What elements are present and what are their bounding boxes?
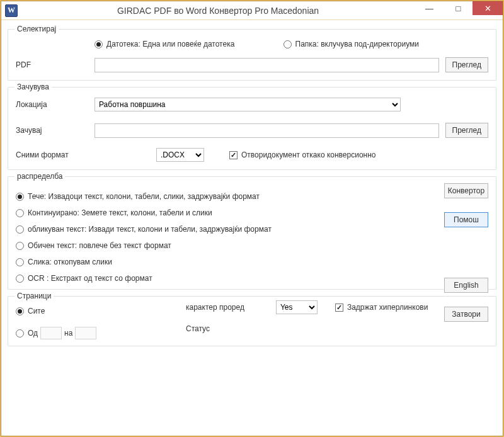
pdf-browse-button[interactable]: Преглед <box>445 57 489 72</box>
radio-dot-icon <box>16 307 24 315</box>
minimize-button[interactable]: — <box>415 1 444 15</box>
page-from-input[interactable] <box>40 327 62 339</box>
page-to-input[interactable] <box>75 327 96 339</box>
radio-pages-all[interactable]: Сите <box>16 307 45 315</box>
location-select[interactable]: Работна површина <box>94 98 401 111</box>
pdf-path-input[interactable] <box>94 58 439 72</box>
charspace-select[interactable]: Yes <box>276 300 318 314</box>
radio-flow[interactable]: Тече: Извадоци текст, колони, табели, сл… <box>16 192 406 201</box>
keep-links-label: Задржат хиперлинкови <box>347 303 428 312</box>
radio-formatted-text[interactable]: обликуван текст: Извади текст, колони и … <box>16 225 406 234</box>
radio-image-label: Слика: откопувам слики <box>28 258 112 266</box>
radio-pages-all-label: Сите <box>28 307 45 315</box>
open-after-checkbox[interactable]: Отворидокумент откако конверсионно <box>229 150 376 159</box>
pages-legend: Страници <box>14 292 54 300</box>
radio-formatted-text-label: обликуван текст: Извади текст, колони и … <box>28 225 272 234</box>
app-icon: W <box>5 4 18 17</box>
radio-dot-icon <box>16 242 24 250</box>
save-panel: Зачувува Локација Работна површина Зачув… <box>8 87 496 170</box>
radio-plain-text-label: Обичен текст: повлече без текст формат <box>28 241 171 250</box>
radio-folder-label: Папка: вклучува под-директориуми <box>295 40 420 48</box>
pages-to-label: на <box>64 329 72 338</box>
app-window: W GIRDAC PDF во Word Конвертор Pro Maced… <box>1 1 503 436</box>
radio-plain-text[interactable]: Обичен текст: повлече без текст формат <box>16 241 406 250</box>
close-button[interactable]: ✕ <box>472 1 503 15</box>
format-label: Сними формат <box>16 150 94 159</box>
radio-dot-icon <box>94 40 103 48</box>
window-title: GIRDAC PDF во Word Конвертор Pro Macedon… <box>21 6 415 16</box>
pdf-label: PDF <box>16 60 94 69</box>
radio-dot-icon <box>16 209 24 217</box>
help-button[interactable]: Помош <box>444 212 488 227</box>
distribution-legend: распределба <box>14 172 65 181</box>
titlebar: W GIRDAC PDF во Word Конвертор Pro Maced… <box>1 1 503 20</box>
radio-dot-icon <box>16 225 24 234</box>
open-after-label: Отворидокумент откако конверсионно <box>241 150 376 159</box>
radio-pages-from-label: Од <box>28 329 38 338</box>
maximize-button[interactable]: □ <box>444 1 472 15</box>
radio-flow-label: Тече: Извадоци текст, колони, табели, сл… <box>28 192 260 201</box>
save-legend: Зачувува <box>14 82 52 91</box>
radio-folder-mode[interactable]: Папка: вклучува под-директориуми <box>284 40 420 48</box>
keep-links-checkbox[interactable]: Задржат хиперлинкови <box>335 303 428 312</box>
radio-ocr-label: OCR : Екстракт од текст со формат <box>28 274 152 283</box>
radio-dot-icon <box>16 329 24 338</box>
charspace-label: карактер проред <box>186 303 244 312</box>
format-select[interactable]: .DOCX <box>156 148 204 162</box>
radio-image[interactable]: Слика: откопувам слики <box>16 258 406 266</box>
convert-button[interactable]: Конвертор <box>444 183 488 198</box>
radio-pages-range[interactable]: Од <box>16 329 38 338</box>
checkbox-icon <box>335 304 343 312</box>
window-controls: — □ ✕ <box>415 1 503 20</box>
radio-file-label: Датотека: Една или повеќе датотека <box>106 40 234 48</box>
radio-file-mode[interactable]: Датотека: Една или повеќе датотека <box>94 40 234 48</box>
radio-dot-icon <box>16 258 24 266</box>
save-as-label: Зачувај <box>16 126 94 135</box>
radio-continuous-label: Континуирано: Земете текст, колони, табе… <box>28 208 212 217</box>
save-path-input[interactable] <box>94 123 439 138</box>
select-panel: Селектирај Датотека: Една или повеќе дат… <box>8 29 496 81</box>
distribution-panel: распределба Тече: Извадоци текст, колони… <box>8 176 496 290</box>
radio-dot-icon <box>16 193 24 201</box>
radio-dot-icon <box>16 275 24 283</box>
status-label: Статус <box>186 324 210 333</box>
radio-continuous[interactable]: Континуирано: Земете текст, колони, табе… <box>16 208 406 217</box>
radio-ocr[interactable]: OCR : Екстракт од текст со формат <box>16 274 406 283</box>
save-browse-button[interactable]: Преглед <box>445 123 489 138</box>
radio-dot-icon <box>284 40 292 48</box>
location-label: Локација <box>16 100 94 109</box>
select-legend: Селектирај <box>14 25 59 33</box>
english-button[interactable]: English <box>444 278 488 293</box>
checkbox-icon <box>229 151 238 159</box>
pages-panel: Страници Сите Од на <box>8 296 496 346</box>
